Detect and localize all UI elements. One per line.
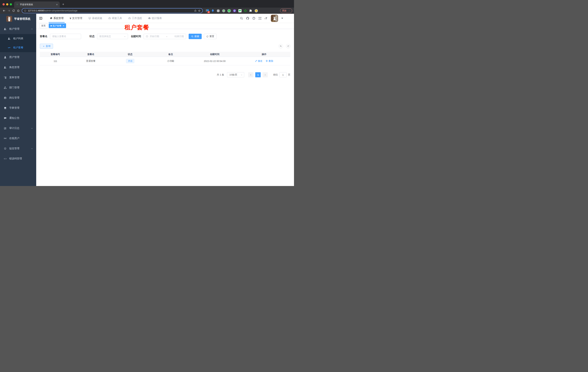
table-row[interactable]: 111 普通套餐 开启 小功能 2022-02-22 00:54:00 修改 删… [40,57,290,65]
app-logo[interactable]: 芋道管理系统 [0,14,36,24]
delete-link[interactable]: 删除 [266,59,273,63]
close-window-button[interactable] [2,3,5,5]
top-menu-label: 研发工具 [112,17,122,20]
update-label: 更新 [282,9,287,12]
browser-tab[interactable]: 芋道管理系统 ✕ [14,1,60,8]
extension-command-icon[interactable] [217,9,220,12]
reload-icon[interactable] [11,8,16,13]
sidebar-item-error-code[interactable]: 错误码管理 [0,154,36,164]
bookmark-star-icon[interactable] [198,10,200,12]
page-red-title: 租户套餐 [125,23,149,32]
sidebar-item-dept-management[interactable]: 部门管理 [0,83,36,93]
org-chart-icon [4,86,7,89]
address-bar[interactable]: 127.0.0.1:48080/admin-ui/system/tenant/p… [22,8,203,13]
sidebar-item-online-users[interactable]: 在线用户 [0,133,36,143]
sidebar-item-label: 通知公告 [9,117,19,120]
package-name-input[interactable]: 请输入套餐名 [50,34,81,39]
goto-page-input[interactable] [279,72,287,77]
help-icon[interactable] [252,17,255,20]
page-size-select[interactable]: 10条/页 [227,72,244,77]
toggle-search-button[interactable] [279,44,283,48]
current-page-button[interactable]: 1 [255,72,261,77]
top-menu-payment[interactable]: ¥ 支付管理 [68,14,84,23]
sidebar-item-user-management[interactable]: 用户管理 [0,52,36,62]
url-host: 127.0.0.1:48080 [28,10,44,12]
top-menu-workflow[interactable]: 工作流程 [126,14,144,23]
add-button[interactable]: 新增 [40,44,53,49]
prev-page-button[interactable] [248,72,253,77]
select-placeholder: 请选择状态 [99,35,111,38]
sidebar-item-label: 部门管理 [9,86,19,89]
top-menu-reports[interactable]: 统计报表 [146,14,164,23]
back-icon[interactable] [2,8,7,13]
sidebar-item-sms-management[interactable]: 短信管理 [0,143,36,154]
sidebar-item-tenant-list[interactable]: 租户列表 [0,34,36,43]
sidebar-item-notice[interactable]: 通知公告 [0,113,36,123]
shield-check-icon [4,147,7,150]
font-size-icon[interactable]: TT [264,17,267,20]
tag-home[interactable]: 首页 [39,23,48,28]
reset-button[interactable]: 重置 [204,34,217,39]
sidebar-item-dict-management[interactable]: 字典管理 [0,103,36,113]
extension-y-icon[interactable]: y [227,9,231,12]
forward-icon[interactable] [7,8,11,13]
extension-gem-icon[interactable] [211,9,215,12]
url-path: /admin-ui/system/tenant/package [44,10,77,12]
fullscreen-icon[interactable] [258,17,262,20]
top-menu-system[interactable]: 系统管理 [48,14,65,23]
share-icon[interactable] [194,10,197,12]
github-icon[interactable] [246,17,249,20]
extension-badge: 10 [208,11,210,13]
browser-menu-icon[interactable]: ⋮ [288,10,290,12]
extension-star-icon[interactable] [244,9,247,12]
sidebar-item-menu-management[interactable]: 菜单管理 [0,73,36,83]
column-header: 创建时间 [192,53,238,56]
chevron-down-icon [124,35,126,37]
topbar-actions: TT 0:70¥3 [240,15,283,22]
sidebar-item-tenant-package[interactable]: 租户套餐 [0,43,36,52]
sidebar-item-tenant-management[interactable]: 租户管理 [0,24,36,34]
sidebar-item-role-management[interactable]: 角色管理 [0,62,36,73]
zoom-window-button[interactable] [10,3,12,5]
app-frame: 芋道管理系统 租户管理 租户列表 租户套餐 用户管理 [0,14,294,186]
sidebar-item-label: 错误码管理 [9,157,22,160]
date-end-placeholder: 结束日期 [175,35,184,38]
extension-shield-icon[interactable] [233,9,236,12]
browser-update-button[interactable]: 更新 ⋮ [280,8,292,13]
site-info-icon[interactable] [24,10,26,12]
extension-chat-icon[interactable] [238,9,242,12]
tab-close-icon[interactable]: ✕ [56,3,58,6]
search-button[interactable]: 搜索 [189,34,202,39]
sidebar-item-audit-log[interactable]: 审计日志 [0,123,36,133]
post-badge-icon [4,96,7,99]
search-icon[interactable] [240,17,243,20]
toolbar-right-icons [279,44,290,48]
pagination: 共 1 条 10条/页 1 前往 页 [40,72,290,77]
minimize-window-button[interactable] [6,3,8,5]
tag-tenant-package[interactable]: 租户套餐 ✕ [49,23,66,28]
sidebar-item-post-management[interactable]: 岗位管理 [0,93,36,103]
goto-label: 前往 [273,73,278,76]
browser-profile-avatar[interactable] [254,9,258,12]
top-menu-devtools[interactable]: 研发工具 [106,14,124,23]
extension-record-icon[interactable] [222,9,225,12]
refresh-table-button[interactable] [286,44,290,48]
top-menu: 系统管理 ¥ 支付管理 基础设施 研发工具 [48,14,166,23]
tag-close-icon[interactable]: ✕ [63,25,64,27]
svg-text:¥3: ¥3 [276,16,277,17]
edit-link[interactable]: 修改 [255,59,262,63]
sidebar-item-label: 租户管理 [9,27,19,31]
avatar-caret-icon[interactable] [281,18,283,19]
user-avatar[interactable]: 0:70¥3 [271,15,278,22]
date-range-picker[interactable]: 开始日期 - 结束日期 [144,34,186,39]
extension-tabs-icon[interactable]: 10 [206,9,209,12]
next-page-button[interactable] [262,72,268,77]
sidebar-collapse-icon[interactable] [39,16,42,20]
top-menu-infra[interactable]: 基础设施 [86,14,104,23]
reset-button-label: 重置 [210,35,214,38]
status-select[interactable]: 请选择状态 [97,34,128,39]
new-tab-button[interactable]: + [62,2,64,6]
extensions-puzzle-icon[interactable] [249,9,252,12]
home-icon[interactable] [16,8,21,13]
column-header: 状态 [111,53,150,56]
